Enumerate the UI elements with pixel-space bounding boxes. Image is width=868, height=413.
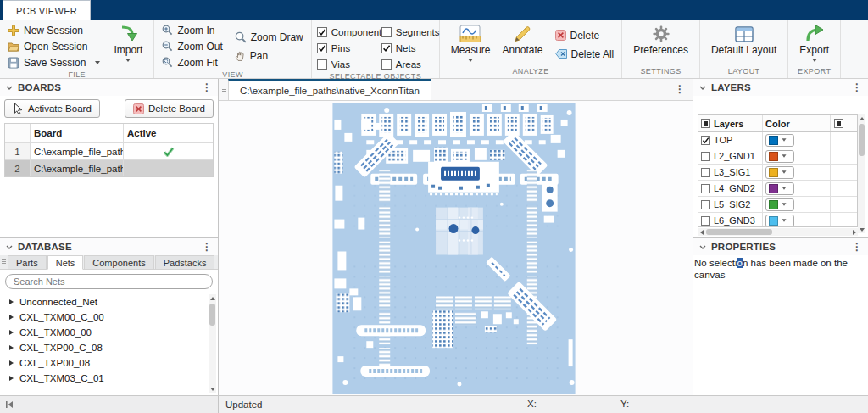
- default-layout-button[interactable]: Default Layout: [705, 22, 782, 67]
- activate-board-button[interactable]: Activate Board: [4, 99, 100, 118]
- left-panel-hscroll-area[interactable]: [0, 396, 219, 413]
- layers-hscrollbar[interactable]: [698, 228, 858, 236]
- zoom-fit-button[interactable]: Zoom Fit: [159, 54, 225, 70]
- document-tab[interactable]: C:\example_file_paths\native_XconnTitan: [228, 79, 431, 100]
- measure-dropdown-icon[interactable]: [468, 59, 473, 62]
- delete-button[interactable]: Delete: [553, 27, 617, 43]
- scroll-thumb[interactable]: [209, 304, 215, 326]
- document-menu-icon[interactable]: ⋮: [675, 83, 685, 95]
- nets-scrollbar[interactable]: [209, 294, 216, 393]
- layer-color-button[interactable]: [765, 182, 794, 195]
- zoom-in-button[interactable]: Zoom In: [159, 22, 225, 38]
- delete-board-button[interactable]: Delete Board: [125, 99, 214, 118]
- database-menu-icon[interactable]: ⋮: [202, 243, 212, 251]
- net-item[interactable]: CXL_TXM00_C_00: [0, 310, 218, 325]
- pan-button[interactable]: Pan: [232, 47, 306, 64]
- scroll-up-icon[interactable]: [209, 294, 216, 302]
- layer-color-button[interactable]: [765, 215, 794, 227]
- ribbon-section-settings: Preferences SETTINGS: [622, 20, 700, 78]
- tab-group-grip-icon[interactable]: [2, 259, 6, 264]
- layer-color-button[interactable]: [765, 166, 794, 179]
- board-row-2[interactable]: 2 C:\example_file_paths\...: [5, 159, 213, 176]
- checkbox-nets[interactable]: Nets: [381, 43, 434, 53]
- board-row-1[interactable]: 1 C:\example_file_paths\...: [5, 142, 213, 159]
- pcb-canvas[interactable]: [219, 101, 693, 395]
- database-collapse-icon[interactable]: [6, 245, 13, 249]
- layers-collapse-icon[interactable]: [699, 86, 706, 90]
- scroll-thumb[interactable]: [706, 229, 772, 235]
- checkbox-vias[interactable]: Vias: [317, 59, 381, 70]
- zoom-out-button[interactable]: Zoom Out: [159, 38, 225, 54]
- annotate-button[interactable]: Annotate: [496, 22, 548, 67]
- expander-icon[interactable]: [9, 376, 14, 381]
- expander-icon[interactable]: [9, 299, 14, 304]
- import-dropdown-icon[interactable]: [125, 59, 131, 62]
- checkbox-pins[interactable]: Pins: [317, 43, 381, 53]
- layer-checkbox[interactable]: [701, 200, 710, 209]
- measure-button[interactable]: Measure: [445, 22, 497, 67]
- layers-select-all-checkbox[interactable]: [701, 119, 710, 128]
- toolstrip-tab-bar: PCB VIEWER: [0, 0, 868, 20]
- save-session-button[interactable]: Save Session: [5, 54, 103, 70]
- net-item[interactable]: CXL_TXM00_00: [0, 325, 218, 340]
- layer-row-l3-sig1[interactable]: L3_SIG1: [698, 165, 857, 181]
- layer-row-l6-gnd3[interactable]: L6_GND3: [698, 213, 857, 227]
- scroll-down-icon[interactable]: [209, 385, 216, 393]
- tab-padstacks[interactable]: Padstacks: [155, 255, 215, 269]
- tab-pcb-viewer[interactable]: PCB VIEWER: [3, 0, 91, 20]
- scroll-to-start-icon[interactable]: [5, 400, 14, 409]
- expander-icon[interactable]: [9, 330, 14, 335]
- net-item[interactable]: CXL_TXP00_08: [0, 355, 218, 371]
- properties-menu-icon[interactable]: ⋮: [852, 243, 862, 251]
- boards-collapse-icon[interactable]: [6, 86, 13, 90]
- expander-icon[interactable]: [9, 345, 14, 350]
- net-item-unconnected[interactable]: Unconnected_Net: [0, 294, 218, 310]
- scroll-down-icon[interactable]: [858, 226, 865, 233]
- layer-color-button[interactable]: [765, 150, 794, 163]
- boards-menu-icon[interactable]: ⋮: [202, 83, 212, 92]
- document-grip-icon[interactable]: [222, 87, 226, 92]
- save-session-dropdown-icon[interactable]: [95, 61, 100, 64]
- new-session-button[interactable]: New Session: [5, 22, 103, 38]
- tab-components[interactable]: Components: [84, 255, 153, 269]
- delete-all-button[interactable]: Delete All: [553, 46, 617, 62]
- search-nets-input[interactable]: [5, 274, 213, 289]
- expander-icon[interactable]: [9, 360, 14, 366]
- layer-row-top[interactable]: TOP: [698, 132, 857, 148]
- scroll-left-icon[interactable]: [698, 228, 705, 236]
- layer-checkbox[interactable]: [701, 152, 710, 161]
- open-session-button[interactable]: Open Session: [5, 38, 103, 54]
- default-layout-icon: [735, 23, 754, 45]
- layer-color-button[interactable]: [765, 134, 794, 147]
- layers-vscrollbar[interactable]: [858, 114, 865, 233]
- checkbox-components[interactable]: Components: [317, 27, 381, 37]
- layer-checkbox[interactable]: [701, 168, 710, 177]
- layer-checkbox[interactable]: [701, 136, 710, 145]
- layer-checkbox[interactable]: [701, 184, 710, 193]
- expander-icon[interactable]: [9, 315, 14, 320]
- pcb-board-image[interactable]: [332, 103, 576, 394]
- checkbox-segments[interactable]: Segments: [381, 27, 434, 37]
- layer-row-l5-sig2[interactable]: L5_SIG2: [698, 197, 857, 213]
- layer-row-l4-gnd2[interactable]: L4_GND2: [698, 181, 857, 197]
- layer-row-l2-gnd1[interactable]: L2_GND1: [698, 148, 857, 165]
- export-dropdown-icon[interactable]: [812, 59, 817, 62]
- scroll-thumb[interactable]: [859, 124, 865, 156]
- net-item[interactable]: CXL_TXP00_C_08: [0, 340, 218, 355]
- net-item[interactable]: CXL_TXM03_C_01: [0, 371, 218, 386]
- import-button[interactable]: Import: [108, 22, 148, 70]
- layers-extra-checkbox[interactable]: [834, 119, 843, 128]
- segments-checkbox-icon: [381, 27, 392, 37]
- scroll-up-icon[interactable]: [858, 114, 865, 122]
- export-button[interactable]: Export: [793, 22, 835, 67]
- zoom-draw-button[interactable]: Zoom Draw: [232, 29, 306, 45]
- tab-nets[interactable]: Nets: [47, 255, 84, 270]
- layers-menu-icon[interactable]: ⋮: [852, 83, 862, 92]
- tab-parts[interactable]: Parts: [8, 255, 47, 269]
- checkbox-areas[interactable]: Areas: [381, 59, 434, 70]
- properties-collapse-icon[interactable]: [699, 245, 706, 249]
- scroll-right-icon[interactable]: [850, 228, 858, 236]
- layer-checkbox[interactable]: [701, 216, 710, 226]
- layer-color-button[interactable]: [765, 198, 794, 211]
- preferences-button[interactable]: Preferences: [627, 22, 694, 67]
